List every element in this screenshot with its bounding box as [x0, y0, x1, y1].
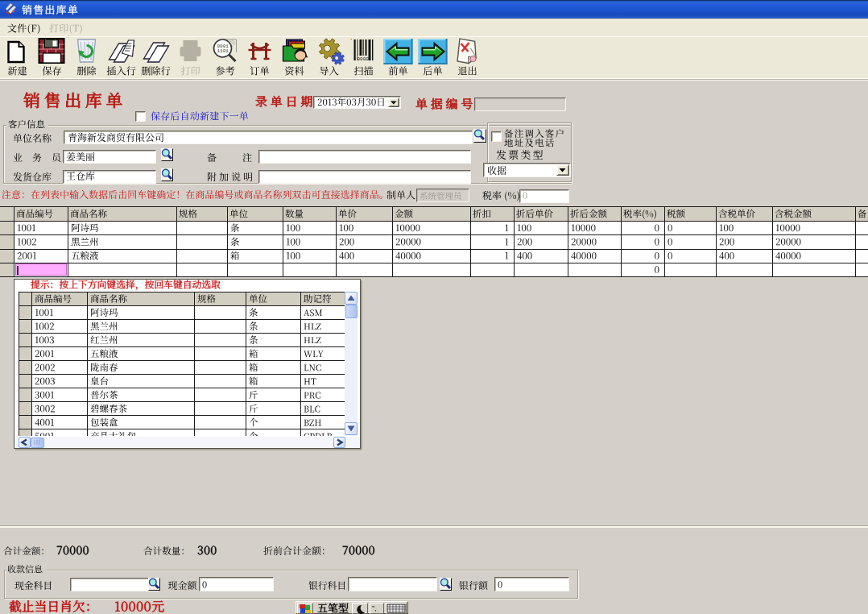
- svg-text:1101: 1101: [217, 48, 229, 54]
- svg-text:”,: ”,: [372, 604, 377, 612]
- svg-text:': ': [351, 38, 352, 44]
- svg-text:0000: 0000: [358, 56, 370, 62]
